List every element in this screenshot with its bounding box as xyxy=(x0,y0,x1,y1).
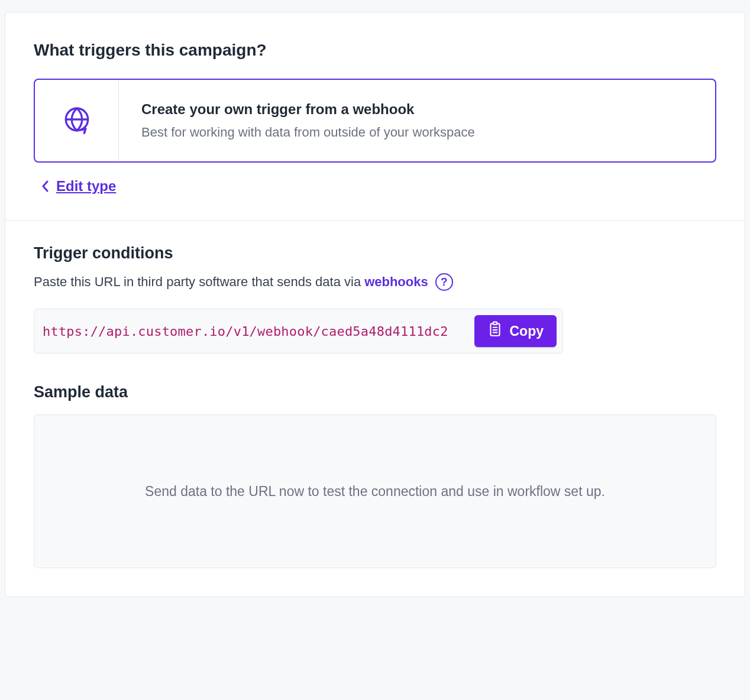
webhook-url-row: https://api.customer.io/v1/webhook/caed5… xyxy=(34,309,563,354)
trigger-type-section: What triggers this campaign? Create your… xyxy=(5,12,745,220)
conditions-title: Trigger conditions xyxy=(34,244,716,262)
clipboard-icon xyxy=(487,321,503,341)
svg-rect-2 xyxy=(493,322,496,325)
campaign-trigger-panel: What triggers this campaign? Create your… xyxy=(5,12,745,597)
webhooks-link[interactable]: webhooks xyxy=(364,274,428,290)
copy-button-label: Copy xyxy=(510,323,544,339)
conditions-description: Paste this URL in third party software t… xyxy=(34,273,716,291)
page-title: What triggers this campaign? xyxy=(34,41,716,60)
edit-type-label: Edit type xyxy=(56,178,116,195)
trigger-card-subtitle: Best for working with data from outside … xyxy=(141,125,693,140)
conditions-desc-text: Paste this URL in third party software t… xyxy=(34,274,361,290)
trigger-icon-wrap xyxy=(35,80,119,161)
edit-type-link[interactable]: Edit type xyxy=(34,178,116,195)
copy-button[interactable]: Copy xyxy=(474,315,557,347)
globe-webhook-icon xyxy=(62,105,92,137)
chevron-left-icon xyxy=(41,179,50,194)
trigger-type-card[interactable]: Create your own trigger from a webhook B… xyxy=(34,79,716,163)
trigger-conditions-section: Trigger conditions Paste this URL in thi… xyxy=(5,221,745,597)
trigger-card-title: Create your own trigger from a webhook xyxy=(141,101,693,118)
sample-data-title: Sample data xyxy=(34,383,716,401)
webhook-url[interactable]: https://api.customer.io/v1/webhook/caed5… xyxy=(43,324,448,339)
sample-data-box: Send data to the URL now to test the con… xyxy=(34,414,716,568)
trigger-text: Create your own trigger from a webhook B… xyxy=(119,80,715,161)
help-icon[interactable]: ? xyxy=(435,273,453,291)
sample-data-placeholder: Send data to the URL now to test the con… xyxy=(145,481,605,503)
